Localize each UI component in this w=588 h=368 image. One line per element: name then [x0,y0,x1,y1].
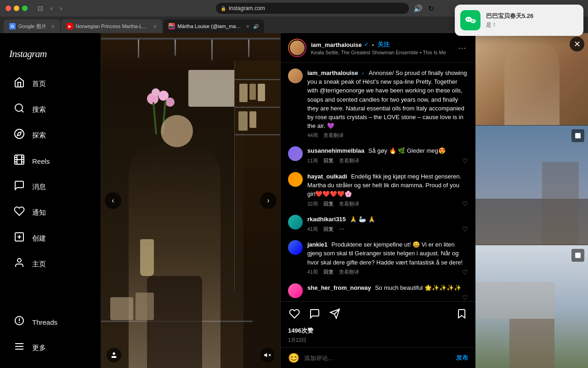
comment-4-reply[interactable]: 回复 [323,269,334,276]
sidebar-toggle-btn[interactable]: ⊡ [35,4,46,13]
sidebar-label-create: 创建 [32,234,46,243]
minimize-traffic-light[interactable] [14,6,19,11]
bookmark-button[interactable] [455,307,468,323]
more-options-btn[interactable]: ⋯ [456,41,468,55]
tab-close-google[interactable]: ✕ [51,24,55,29]
tab-favicon-yt: ▶ [67,23,73,29]
tab-instagram[interactable]: 📷 Märtha Louise (@iam_marthalouise) · In… [163,19,264,33]
sidebar-item-home[interactable]: 首页 [4,71,97,96]
next-arrow-icon: › [267,196,269,205]
maximize-traffic-light[interactable] [22,6,28,11]
strip-bot-road [509,319,554,368]
comment-1-time: 11周 [307,157,318,164]
sidebar-item-threads[interactable]: Threads [4,310,97,334]
post-user-info: iam_marthalouise ✓ • 关注 Keala Settle, Th… [311,40,452,55]
tab-norwegian[interactable]: ▶ Norwegian Princess Martha-Louise's Thr… [61,19,162,33]
right-strip-bottom[interactable] [475,245,588,368]
photo-profile-btn[interactable] [107,348,121,362]
photo-next-arrow[interactable]: › [260,192,277,209]
post-area: ‹ › [101,33,588,368]
comment-3-text: 🙏 🦢 🙏 [350,216,375,223]
sidebar-item-messages[interactable]: 消息 [4,174,97,199]
sidebar-label-reels: Reels [32,157,50,165]
comment-4-like[interactable]: ♡ [462,269,468,276]
comment-2-like[interactable]: ♡ [462,200,468,207]
photo-mute-btn[interactable] [260,348,275,362]
comment-2-reply[interactable]: 回复 [323,201,334,207]
photo-light-cord-4 [248,40,249,57]
post-avatar-ring [288,39,306,57]
share-button[interactable] [328,307,341,323]
comment-3-reply[interactable]: 回复 [323,226,334,233]
strip-mid-building [542,162,579,245]
photo-light-cord-1 [138,40,139,58]
sound-icon[interactable]: 🔊 [413,3,424,14]
flower-4 [152,88,160,97]
comment-3: rkadhikari315 🙏 🦢 🙏 41周 回复 ⋯ ♡ [288,215,468,233]
comment-1-reply[interactable]: 回复 [323,157,334,164]
comment-3-time: 41周 [307,226,318,233]
tab-google[interactable]: G Google 图片 ✕ [4,19,60,33]
back-btn[interactable]: ‹ [48,4,56,13]
notifications-icon [13,206,26,219]
close-button[interactable]: ✕ [570,37,584,52]
comment-4-username: jankie1 [307,241,328,248]
photo-prev-arrow[interactable]: ‹ [105,192,121,209]
photo-track [101,38,280,40]
comment-1-like[interactable]: ♡ [462,157,468,165]
sidebar-item-notifications[interactable]: 通知 [4,200,97,225]
main-comment-translate[interactable]: 查看翻译 [323,132,344,139]
main-comment-meta: 44周 查看翻译 [307,132,468,139]
comment-5-like[interactable]: ♡ [462,294,468,301]
sidebar-item-more[interactable]: 更多 [4,335,97,360]
sidebar-item-search[interactable]: 搜索 [4,97,97,122]
photo-product-1 [239,84,248,102]
comment-1-translate[interactable]: 查看翻译 [339,157,359,164]
lock-icon: 🔒 [220,6,226,11]
photo-face [161,115,193,147]
comment-3-like[interactable]: ♡ [462,225,468,233]
forward-btn[interactable]: › [57,4,65,13]
main-post-comment: iam_marthalouise ✓ Annonse/ So proud of … [288,69,468,139]
main-avatar-img [288,69,303,83]
comment-4-translate[interactable]: 查看翻译 [339,269,359,276]
comment-1-text: Så gøy 🔥 🌿 Gleder meg😍 [368,147,446,154]
wechat-text: 巴巴宝贝春天5.26 是！ [486,12,578,29]
wechat-notification[interactable]: 巴巴宝贝春天5.26 是！ [455,5,583,36]
like-button[interactable] [288,307,301,323]
comment-2-translate[interactable]: 查看翻译 [339,201,359,207]
tab-close-instagram[interactable]: ✕ [246,24,249,29]
sidebar-item-reels[interactable]: Reels [4,149,97,173]
url-text: instagram.com [229,5,265,12]
messages-icon [13,180,26,194]
tab-favicon-google: G [9,23,16,29]
post-comment-button[interactable]: 发布 [456,354,468,362]
tab-close-norwegian[interactable]: ✕ [153,24,157,29]
follow-button[interactable]: 关注 [378,40,390,49]
sidebar-item-create[interactable]: 创建 [4,226,97,251]
close-traffic-light[interactable] [6,6,11,11]
profile-icon [13,257,26,271]
sidebar-item-profile[interactable]: 主页 [4,252,97,276]
emoji-button[interactable]: 😊 [288,352,300,363]
photo-product-5 [249,111,256,128]
wechat-body: 是！ [486,21,578,29]
sidebar-item-explore[interactable]: 探索 [4,123,97,148]
comment-4-text: Produktene ser kjempefine ut! 😄 Vi er en… [307,241,463,265]
svg-point-5 [474,21,475,22]
comments-list: iam_marthalouise ✓ Annonse/ So proud of … [281,63,475,301]
comment-button[interactable] [308,307,321,323]
right-strip-middle[interactable] [475,125,588,245]
comment-3-more[interactable]: ⋯ [339,226,345,232]
comment-input[interactable] [304,355,452,362]
close-icon: ✕ [574,39,581,49]
photo-counter-product-1 [110,297,133,320]
post-actions: 1496次赞 1月22日 [281,301,475,347]
strip-bot-bldg [475,282,554,319]
svg-point-3 [470,19,476,23]
reload-icon[interactable]: ↻ [427,3,435,14]
comment-5-username: she_her_from_norway [307,284,371,291]
url-bar[interactable]: 🔒 instagram.com [216,3,409,14]
instagram-sidebar: Instagram 首页 搜索 探索 Reels [0,33,101,368]
comment-2-time: 32周 [307,201,318,207]
